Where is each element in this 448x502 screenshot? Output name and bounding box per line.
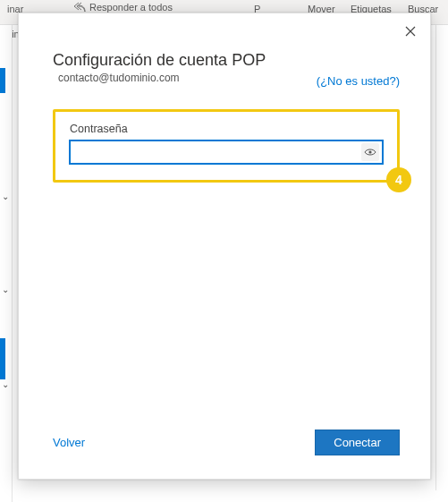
- chevron-down-icon: ⌄: [2, 191, 9, 201]
- reveal-password-button[interactable]: [361, 143, 379, 161]
- password-field-highlight: Contraseña 4: [53, 109, 400, 183]
- step-badge: 4: [386, 167, 411, 192]
- close-button[interactable]: [402, 22, 419, 40]
- eye-icon: [364, 148, 376, 157]
- ribbon-reply-all: Responder a todos: [73, 2, 173, 13]
- svg-point-0: [368, 150, 371, 153]
- back-link[interactable]: Volver: [53, 436, 85, 449]
- connect-button[interactable]: Conectar: [315, 430, 400, 455]
- chevron-down-icon: ⌄: [2, 379, 9, 389]
- chevron-down-icon: ⌄: [2, 285, 9, 294]
- password-label: Contraseña: [70, 123, 383, 135]
- close-icon: [405, 26, 416, 37]
- pop-account-config-dialog: Configuración de cuenta POP contacto@tud…: [18, 13, 431, 480]
- not-you-link[interactable]: (¿No es usted?): [317, 74, 400, 88]
- dialog-title: Configuración de cuenta POP: [53, 51, 400, 70]
- background-right-strip: [435, 25, 448, 490]
- reply-all-icon: [73, 2, 86, 13]
- background-left-strip: ⌄ ⌄ ⌄: [0, 25, 13, 502]
- password-input[interactable]: [70, 140, 383, 164]
